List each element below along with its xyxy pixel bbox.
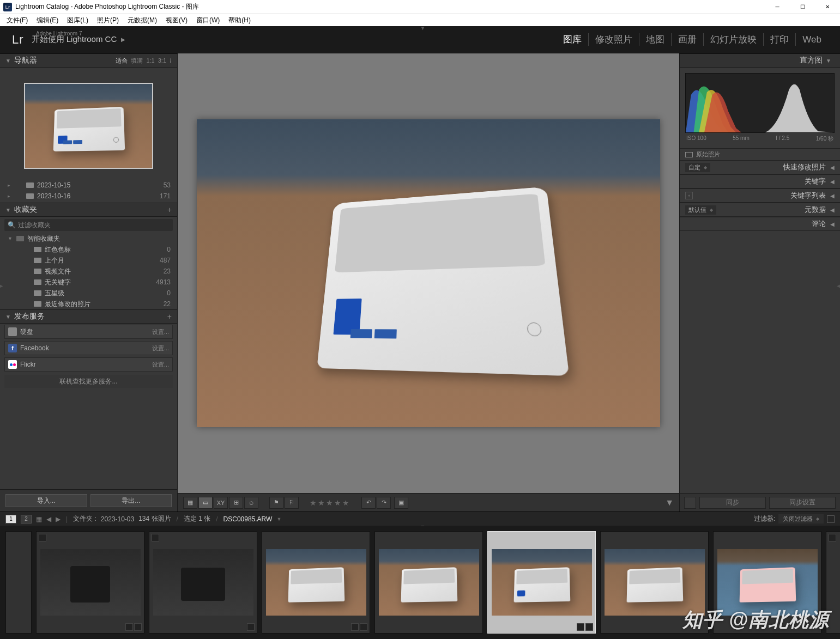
filmstrip-thumb[interactable] — [5, 531, 32, 634]
grid-view-button[interactable]: ▦ — [183, 497, 197, 509]
main-photo[interactable] — [197, 119, 660, 427]
filmstrip-thumb-selected[interactable] — [487, 531, 596, 634]
zoom-3-1[interactable]: 3:1 — [158, 57, 166, 64]
module-slideshow[interactable]: 幻灯片放映 — [704, 33, 764, 46]
collection-row[interactable]: 五星级0 — [0, 288, 177, 299]
navigator-header[interactable]: ▼ 导航器 适合 填满 1:1 3:1 ⁞ — [0, 53, 177, 68]
collapse-left-icon[interactable]: ▶ — [0, 283, 3, 289]
loupe-view-button[interactable]: ▭ — [198, 497, 213, 509]
path-name[interactable]: 2023-10-03 — [101, 515, 134, 523]
publish-service-facebook[interactable]: fFacebook设置... — [4, 341, 173, 355]
zoom-fill[interactable]: 填满 — [131, 57, 143, 65]
collapse-right-icon[interactable]: ◀ — [837, 283, 840, 289]
menu-view[interactable]: 视图(V) — [161, 15, 192, 26]
plus-icon[interactable]: + — [685, 192, 693, 199]
current-filename[interactable]: DSC00985.ARW — [223, 515, 273, 523]
titlebar: Lr Lightroom Catalog - Adobe Photoshop L… — [0, 0, 840, 14]
filter-dropdown[interactable]: 关闭过滤器◆ — [778, 514, 824, 524]
find-more-services-link[interactable]: 联机查找更多服务... — [4, 375, 173, 388]
filename-dropdown-icon[interactable]: ▼ — [276, 516, 281, 522]
quick-develop-panel[interactable]: 自定◆快速修改照片◀ — [680, 160, 840, 174]
module-book[interactable]: 画册 — [672, 33, 704, 46]
module-print[interactable]: 打印 — [764, 33, 796, 46]
people-view-button[interactable]: ☺ — [244, 497, 258, 509]
folder-row[interactable]: ▸2023-10-1553 — [0, 180, 177, 191]
keyword-list-panel[interactable]: +关键字列表◀ — [680, 188, 840, 203]
folder-row[interactable]: ▸2023-10-16171 — [0, 191, 177, 202]
monitor-2-button[interactable]: 2 — [21, 515, 32, 524]
keywording-panel[interactable]: 关键字◀ — [680, 174, 840, 188]
collapse-bottom-icon[interactable]: ▲ — [420, 526, 426, 527]
add-collection-icon[interactable]: + — [167, 205, 172, 214]
smart-icon — [34, 301, 41, 307]
menu-edit[interactable]: 编辑(E) — [32, 15, 63, 26]
menu-photo[interactable]: 照片(P) — [93, 15, 123, 26]
zoom-fit[interactable]: 适合 — [116, 57, 128, 65]
publish-header[interactable]: ▼ 发布服务 + — [0, 309, 177, 324]
sync-toggle[interactable] — [684, 497, 696, 509]
toolbar-options-icon[interactable]: ▼ — [665, 498, 674, 508]
metadata-panel[interactable]: 默认值◆元数据◀ — [680, 203, 840, 217]
maximize-button[interactable]: ☐ — [790, 0, 815, 14]
filter-label: 过滤器: — [754, 514, 775, 524]
menu-help[interactable]: 帮助(H) — [224, 15, 255, 26]
filmstrip[interactable]: ▲ 知乎 @南北桃源 — [0, 526, 840, 639]
grid-mini-icon[interactable]: ▦ — [36, 515, 42, 523]
selected-count: 选定 1 张 — [184, 514, 210, 524]
filter-lock-icon[interactable] — [827, 515, 835, 523]
rotate-cw-button[interactable]: ↷ — [377, 497, 391, 509]
next-button[interactable]: ▶ — [56, 515, 61, 523]
collection-row[interactable]: 视频文件23 — [0, 266, 177, 277]
slideshow-button[interactable]: ▣ — [394, 497, 408, 509]
publish-service-hdd[interactable]: 硬盘设置... — [4, 325, 173, 339]
flag-reject-button[interactable]: ⚐ — [285, 497, 299, 509]
export-button[interactable]: 导出... — [90, 494, 172, 507]
import-button[interactable]: 导入... — [5, 494, 87, 507]
module-map[interactable]: 地图 — [639, 33, 672, 46]
menu-library[interactable]: 图库(L) — [63, 15, 93, 26]
app-version-label: Adobe Lightroom 7 — [36, 31, 82, 36]
minimize-button[interactable]: ─ — [765, 0, 790, 14]
rotate-ccw-button[interactable]: ↶ — [361, 497, 376, 509]
collection-row[interactable]: 最近修改的照片22 — [0, 299, 177, 309]
comments-panel[interactable]: 评论◀ — [680, 217, 840, 231]
sync-settings-button[interactable]: 同步设置 — [769, 497, 836, 509]
publish-setup-link[interactable]: 设置... — [152, 344, 169, 352]
collection-row[interactable]: 红色色标0 — [0, 244, 177, 255]
close-button[interactable]: ✕ — [815, 0, 840, 14]
monitor-1-button[interactable]: 1 — [5, 515, 16, 524]
navigator-thumbnail[interactable] — [24, 83, 153, 169]
smart-collections-row[interactable]: ▼智能收藏夹 — [0, 233, 177, 244]
module-web[interactable]: Web — [796, 34, 828, 45]
star-rating[interactable]: ★★★★★ — [310, 498, 350, 507]
histogram-display[interactable] — [685, 73, 835, 133]
window-title: Lightroom Catalog - Adobe Photoshop Ligh… — [15, 2, 199, 11]
publish-setup-link[interactable]: 设置... — [152, 328, 169, 336]
survey-view-button[interactable]: ⊞ — [229, 497, 243, 509]
collapse-top-icon[interactable]: ▼ — [420, 25, 426, 31]
collection-row[interactable]: 无关键字4913 — [0, 277, 177, 288]
filmstrip-thumb[interactable] — [374, 531, 483, 634]
publish-service-flickr[interactable]: Flickr设置... — [4, 357, 173, 372]
module-develop[interactable]: 修改照片 — [589, 33, 639, 46]
filmstrip-thumb[interactable] — [36, 531, 144, 634]
publish-setup-link[interactable]: 设置... — [152, 361, 169, 369]
filmstrip-thumb[interactable] — [149, 531, 257, 634]
histogram-header[interactable]: 直方图 ▼ — [680, 53, 840, 68]
compare-view-button[interactable]: XY — [214, 497, 228, 509]
collection-row[interactable]: 上个月487 — [0, 255, 177, 266]
zoom-1-1[interactable]: 1:1 — [146, 57, 154, 64]
module-library[interactable]: 图库 — [557, 33, 589, 46]
filmstrip-thumb[interactable] — [262, 531, 370, 634]
add-publish-icon[interactable]: + — [167, 312, 172, 321]
menu-metadata[interactable]: 元数据(M) — [123, 15, 161, 26]
flag-pick-button[interactable]: ⚑ — [269, 497, 283, 509]
histogram-title: 直方图 — [800, 56, 823, 65]
sync-button[interactable]: 同步 — [699, 497, 766, 509]
menu-window[interactable]: 窗口(W) — [192, 15, 224, 26]
prev-button[interactable]: ◀ — [46, 515, 51, 523]
menu-file[interactable]: 文件(F) — [2, 15, 32, 26]
collections-filter-input[interactable]: 🔍过滤收藏夹 — [4, 219, 173, 231]
collections-header[interactable]: ▼ 收藏夹 + — [0, 203, 177, 217]
zoom-more-icon[interactable]: ⁞ — [170, 57, 172, 64]
